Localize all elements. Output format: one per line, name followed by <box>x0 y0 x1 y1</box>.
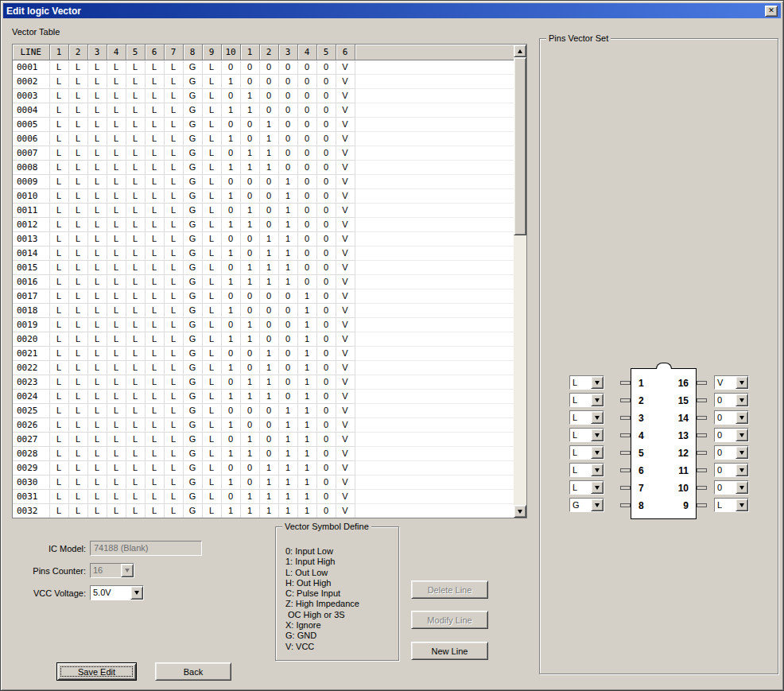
vector-cell[interactable]: L <box>126 246 145 260</box>
line-number-cell[interactable]: 0015 <box>13 260 49 274</box>
vector-cell[interactable]: L <box>145 460 164 475</box>
vector-cell[interactable]: 0 <box>316 188 336 203</box>
vector-cell[interactable]: 1 <box>259 117 278 131</box>
vector-cell[interactable]: L <box>49 432 68 446</box>
vector-cell[interactable]: 0 <box>316 203 336 217</box>
vector-cell[interactable]: L <box>202 103 221 117</box>
vector-cell[interactable]: 1 <box>278 260 297 274</box>
vector-cell[interactable]: 1 <box>297 475 316 489</box>
vector-cell[interactable]: 0 <box>316 60 336 74</box>
vector-cell[interactable]: L <box>87 317 107 332</box>
vector-cell[interactable]: G <box>183 360 202 375</box>
vector-cell[interactable]: 1 <box>278 432 297 446</box>
vector-cell[interactable]: 0 <box>259 446 278 460</box>
vector-cell[interactable]: V <box>336 260 355 274</box>
vector-cell[interactable]: 1 <box>240 317 259 332</box>
vector-cell[interactable]: L <box>49 146 68 160</box>
vector-cell[interactable]: 0 <box>278 117 297 131</box>
table-row[interactable]: 0005LLLLLLLGL001000V <box>13 117 514 131</box>
vector-cell[interactable]: L <box>202 432 221 446</box>
scrollbar-thumb[interactable] <box>514 57 526 235</box>
table-row[interactable]: 0006LLLLLLLGL101000V <box>13 131 514 146</box>
vector-cell[interactable]: L <box>126 131 145 146</box>
table-row[interactable]: 0027LLLLLLLGL010110V <box>13 432 514 446</box>
pin-1-select[interactable]: L <box>569 375 604 390</box>
vector-cell[interactable]: 0 <box>316 503 336 518</box>
vector-cell[interactable]: 1 <box>259 260 278 274</box>
vector-cell[interactable]: L <box>87 346 107 360</box>
vector-cell[interactable]: V <box>336 217 355 231</box>
vector-cell[interactable]: 0 <box>278 74 297 88</box>
vector-cell[interactable]: 0 <box>316 403 336 417</box>
vector-cell[interactable]: V <box>336 60 355 74</box>
vector-cell[interactable]: L <box>126 303 145 317</box>
vector-cell[interactable]: 0 <box>240 303 259 317</box>
vector-cell[interactable]: L <box>49 346 68 360</box>
vector-cell[interactable]: L <box>145 417 164 432</box>
vector-cell[interactable]: 0 <box>221 260 240 274</box>
vector-cell[interactable]: G <box>183 274 202 289</box>
vector-cell[interactable]: 0 <box>259 432 278 446</box>
vector-cell[interactable]: L <box>126 346 145 360</box>
vector-cell[interactable]: L <box>68 489 87 503</box>
vector-cell[interactable]: L <box>202 203 221 217</box>
pin-6-select[interactable]: L <box>569 463 604 477</box>
vector-cell[interactable]: L <box>68 346 87 360</box>
vector-cell[interactable]: G <box>183 446 202 460</box>
vector-cell[interactable]: 0 <box>278 160 297 174</box>
vector-cell[interactable]: L <box>126 475 145 489</box>
vector-cell[interactable]: L <box>87 146 107 160</box>
vector-cell[interactable]: 1 <box>240 203 259 217</box>
vector-cell[interactable]: L <box>164 188 183 203</box>
line-number-cell[interactable]: 0001 <box>13 60 49 74</box>
vector-cell[interactable]: 0 <box>297 74 316 88</box>
table-row[interactable]: 0016LLLLLLLGL111100V <box>13 274 514 289</box>
vector-cell[interactable]: L <box>164 117 183 131</box>
vector-cell[interactable]: L <box>49 289 68 303</box>
vector-cell[interactable]: L <box>126 274 145 289</box>
pin-8-select[interactable]: G <box>569 498 604 512</box>
vector-cell[interactable]: L <box>49 203 68 217</box>
vector-cell[interactable]: L <box>126 317 145 332</box>
line-number-cell[interactable]: 0022 <box>13 360 49 375</box>
table-row[interactable]: 0008LLLLLLLGL111000V <box>13 160 514 174</box>
line-number-cell[interactable]: 0005 <box>13 117 49 131</box>
vector-cell[interactable]: L <box>164 460 183 475</box>
vector-cell[interactable]: G <box>183 403 202 417</box>
vector-cell[interactable]: 1 <box>221 74 240 88</box>
dropdown-button[interactable] <box>735 394 748 406</box>
vector-cell[interactable]: V <box>336 475 355 489</box>
line-number-cell[interactable]: 0018 <box>13 303 49 317</box>
vector-cell[interactable]: L <box>107 174 126 188</box>
vector-cell[interactable]: 1 <box>297 446 316 460</box>
vector-cell[interactable]: L <box>202 360 221 375</box>
vector-cell[interactable]: 0 <box>278 60 297 74</box>
vector-cell[interactable]: L <box>145 203 164 217</box>
vector-cell[interactable]: 1 <box>240 446 259 460</box>
vector-cell[interactable]: L <box>145 131 164 146</box>
vector-cell[interactable]: L <box>164 103 183 117</box>
table-row[interactable]: 0017LLLLLLLGL000010V <box>13 289 514 303</box>
vector-cell[interactable]: L <box>164 60 183 74</box>
vector-cell[interactable]: 1 <box>221 103 240 117</box>
vector-cell[interactable]: V <box>336 117 355 131</box>
vector-cell[interactable]: L <box>87 74 107 88</box>
vector-cell[interactable]: 0 <box>297 160 316 174</box>
line-number-cell[interactable]: 0029 <box>13 460 49 475</box>
dropdown-button[interactable] <box>735 464 748 476</box>
delete-line-button[interactable]: Delete Line <box>411 580 488 599</box>
vector-cell[interactable]: L <box>145 403 164 417</box>
vector-cell[interactable]: L <box>164 131 183 146</box>
dropdown-button[interactable] <box>130 586 143 600</box>
vector-cell[interactable]: L <box>68 446 87 460</box>
vector-cell[interactable]: L <box>202 246 221 260</box>
dropdown-button[interactable] <box>591 481 604 494</box>
save-edit-button[interactable]: Save Edit <box>56 662 137 681</box>
vector-cell[interactable]: G <box>183 389 202 403</box>
table-row[interactable]: 0025LLLLLLLGL000110V <box>13 403 514 417</box>
vector-cell[interactable]: 0 <box>259 174 278 188</box>
vector-cell[interactable]: V <box>336 160 355 174</box>
vector-cell[interactable]: 1 <box>221 160 240 174</box>
vector-cell[interactable]: L <box>49 74 68 88</box>
vector-cell[interactable]: L <box>87 160 107 174</box>
